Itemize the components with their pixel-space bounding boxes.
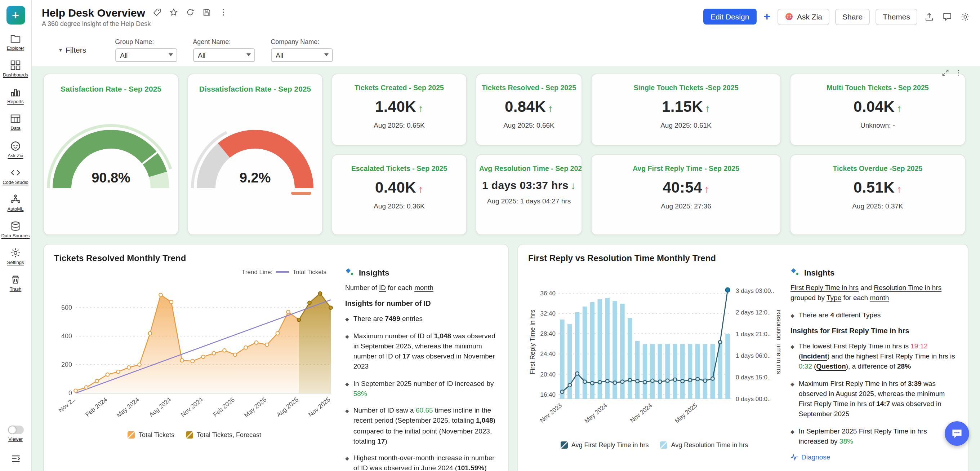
kpi-card[interactable]: Tickets Created - Sep 2025 1.40K ↑ Aug 2… [331, 73, 467, 146]
trend-line-legend: Trend Line: Total Tickets [54, 268, 335, 276]
gauge-card[interactable]: Dissatisfaction Rate - Sep 2025 9.2% [187, 73, 323, 235]
sources-icon [10, 221, 21, 232]
bullet-marker-icon: ◆ [345, 380, 349, 399]
svg-text:1 days 06:0..: 1 days 06:0.. [736, 352, 771, 359]
diagnose-link[interactable]: Diagnose [791, 453, 958, 461]
kpi-title: Tickets Created - Sep 2025 [332, 84, 466, 92]
tag-icon[interactable] [153, 8, 162, 17]
page-subtitle: A 360 degree insight of the Help Desk [42, 20, 228, 27]
zia-chat-fab[interactable] [945, 421, 969, 446]
add-button[interactable]: + [762, 10, 772, 23]
svg-text:May 2025: May 2025 [673, 402, 698, 425]
legend-item[interactable]: Total Tickets [128, 431, 174, 439]
kpi-card[interactable]: Tickets Resolved - Sep 2025 0.84K ↑ Aug … [476, 73, 582, 146]
svg-text:600: 600 [61, 304, 72, 311]
data-icon [10, 113, 21, 125]
kpi-card[interactable]: Single Touch Tickets -Sep 2025 1.15K ↑ A… [591, 73, 781, 146]
kpi-title: Tickets Overdue -Sep 2025 [791, 164, 965, 172]
tickets-resolved-chart[interactable]: 0200400600Nov 2..Feb 2024May 2024Aug 202… [54, 278, 335, 429]
code-icon [10, 167, 21, 178]
sidebar-item-reports[interactable]: Reports [0, 87, 31, 104]
kpi-card[interactable]: Tickets Overdue -Sep 2025 0.51K ↑ Aug 20… [790, 154, 966, 235]
kpi-value: 1 days 03:37 hrs [482, 179, 568, 191]
automl-icon [10, 194, 21, 205]
panel-first-reply-vs-resolution[interactable]: First Reply vs Resolution Time Monthly T… [517, 244, 969, 471]
trend-line-swatch-icon [276, 271, 289, 273]
more-icon[interactable] [220, 8, 228, 17]
bullet-marker-icon: ◆ [791, 343, 794, 372]
sidebar-item-settings[interactable]: Settings [0, 247, 31, 265]
trend-line-series: Total Tickets [293, 268, 326, 276]
first-reply-resolution-chart[interactable]: 16:4020:4024:4028:4032:4036:400 days 00:… [528, 278, 780, 439]
create-new-button[interactable]: + [6, 6, 25, 24]
svg-text:May 2024: May 2024 [583, 402, 608, 425]
star-icon[interactable] [170, 8, 178, 17]
svg-text:Nov 2024: Nov 2024 [629, 402, 653, 424]
sidebar-item-zia[interactable]: Ask Zia [0, 140, 31, 158]
sidebar-item-trash[interactable]: Trash [0, 275, 31, 292]
panel-tickets-resolved-trend[interactable]: Tickets Resolved Monthly Trend Trend Lin… [43, 244, 509, 471]
edit-design-button[interactable]: Edit Design [703, 9, 756, 24]
app-header: Help Desk Overview A 360 degree insight … [32, 0, 980, 33]
kpi-card[interactable]: Avg Resolution Time - Sep 2025 1 days 03… [476, 154, 582, 235]
header-actions: Edit Design + Ask Zia Share Themes [703, 8, 980, 25]
filter-select[interactable]: All [115, 48, 177, 62]
kpi-card[interactable]: Escalated Tickets - Sep 2025 0.40K ↑ Aug… [331, 154, 467, 235]
filter-select[interactable]: All [193, 48, 255, 62]
insights-panel: Insights Number of ID for each monthInsi… [335, 268, 498, 471]
sidebar-item-label: Trash [10, 287, 22, 292]
legend-item[interactable]: Avg Resolution Time in hrs [660, 441, 748, 449]
comments-button[interactable] [941, 10, 953, 23]
gauge-card[interactable]: Satisfaction Rate - Sep 2025 90.8% [43, 73, 179, 235]
trash-icon [10, 275, 21, 285]
svg-text:First Reply Time in hrs: First Reply Time in hrs [529, 310, 536, 374]
ask-zia-button[interactable]: Ask Zia [778, 8, 829, 25]
kpi-title: Escalated Tickets - Sep 2025 [332, 164, 466, 172]
legend-item[interactable]: Total Tickets, Forecast [186, 431, 261, 439]
svg-text:36:40: 36:40 [540, 290, 555, 297]
insight-bullet: ◆The lowest First Reply Time in hrs is 1… [791, 341, 958, 372]
sidebar-bottom: Viewer [6, 426, 25, 467]
refresh-icon[interactable] [186, 8, 195, 17]
trend-up-arrow-icon: ↑ [705, 183, 710, 195]
zia-icon [10, 140, 21, 151]
filters-toggle[interactable]: ▾ Filters [55, 45, 91, 55]
legend-item[interactable]: Avg First Reply Time in hrs [561, 441, 649, 449]
insight-bullet: ◆There are 4 different Types [791, 310, 958, 320]
svg-text:May 2025: May 2025 [243, 396, 268, 419]
kpi-card[interactable]: Multi Touch Tickets - Sep 2025 0.04K ↑ U… [790, 73, 966, 146]
sidebar-item-explorer[interactable]: Explorer [0, 33, 31, 51]
sidebar-item-sources[interactable]: Data Sources [0, 221, 31, 238]
sidebar-item-code[interactable]: Code Studio [0, 167, 31, 184]
sidebar-item-dashboards[interactable]: Dashboards [0, 60, 31, 77]
settings-button[interactable] [959, 10, 971, 23]
bullet-marker-icon: ◆ [345, 407, 349, 447]
kpi-value: 1.15K [662, 98, 703, 115]
filter-select[interactable]: All [270, 48, 332, 62]
expand-icon[interactable] [942, 66, 949, 79]
sidebar-item-automl[interactable]: AutoML [0, 194, 31, 211]
widget-actions [942, 66, 962, 79]
collapse-sidebar-button[interactable] [6, 453, 25, 467]
trend-line-label: Trend Line: [242, 268, 272, 276]
export-button[interactable] [923, 10, 935, 23]
sidebar-nav: Explorer Dashboards Reports Data Ask Zia… [0, 33, 31, 301]
share-button[interactable]: Share [835, 8, 870, 25]
bullet-marker-icon: ◆ [791, 380, 794, 420]
svg-text:28:40: 28:40 [540, 330, 555, 337]
viewer-toggle[interactable] [8, 426, 24, 434]
insights-content: Number of ID for each monthInsights for … [345, 283, 498, 471]
kpi-card[interactable]: Avg First Reply Time - Sep 2025 40:54 ↑ … [591, 154, 781, 235]
sidebar-item-data[interactable]: Data [0, 113, 31, 131]
svg-text:Aug 2025: Aug 2025 [275, 396, 300, 418]
save-icon[interactable] [203, 8, 212, 17]
kpi-compare: Unknown: - [791, 121, 965, 129]
kebab-icon[interactable] [955, 66, 962, 79]
themes-button[interactable]: Themes [875, 8, 917, 25]
insights-panel: Insights First Reply Time in hrs and Res… [780, 268, 958, 461]
chart-legend: Total Tickets Total Tickets, Forecast [54, 431, 335, 439]
svg-text:3 days 03:00..: 3 days 03:00.. [736, 287, 774, 294]
panel-title: First Reply vs Resolution Time Monthly T… [528, 253, 958, 263]
zia-icon [785, 12, 793, 21]
insight-bullet: ◆In September 2025 number of ID increase… [345, 378, 498, 399]
